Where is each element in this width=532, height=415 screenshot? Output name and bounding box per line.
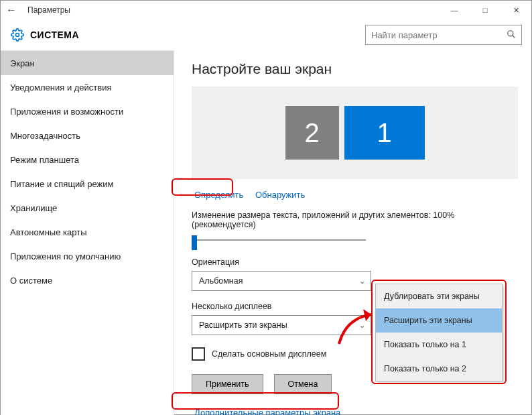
sidebar-item-label: Приложения и возможности xyxy=(10,107,123,117)
scaling-slider[interactable] xyxy=(192,233,366,247)
dropdown-item-duplicate[interactable]: Дублировать эти экраны xyxy=(376,284,502,308)
sidebar-item-label: Уведомления и действия xyxy=(10,82,112,93)
gear-icon xyxy=(10,27,25,42)
sidebar: Экран Уведомления и действия Приложения … xyxy=(1,50,174,415)
page-title: Настройте ваш экран xyxy=(192,61,518,77)
advanced-display-link[interactable]: Дополнительные параметры экрана xyxy=(192,406,343,415)
identify-link[interactable]: Определить xyxy=(192,188,246,201)
sidebar-item-label: Режим планшета xyxy=(10,155,79,165)
sidebar-item-about[interactable]: О системе xyxy=(1,268,174,292)
scaling-label: Изменение размера текста, приложений и д… xyxy=(192,211,518,229)
detect-links: Определить Обнаружить xyxy=(192,188,518,201)
close-button[interactable]: ✕ xyxy=(501,1,531,19)
svg-point-1 xyxy=(508,30,513,36)
window-controls: — □ ✕ xyxy=(439,1,531,19)
advanced-link-row: Дополнительные параметры экрана xyxy=(192,406,518,415)
chevron-down-icon: ⌄ xyxy=(359,277,365,286)
dropdown-item-extend[interactable]: Расширить эти экраны xyxy=(376,308,502,333)
monitor-arrangement[interactable]: 2 1 xyxy=(192,86,518,179)
cancel-button[interactable]: Отмена xyxy=(274,374,332,394)
multi-displays-dropdown[interactable]: Дублировать эти экраны Расширить эти экр… xyxy=(375,284,503,381)
content: Настройте ваш экран 2 1 Определить Обнар… xyxy=(174,50,531,415)
monitor-2[interactable]: 2 xyxy=(285,106,339,160)
slider-thumb[interactable] xyxy=(192,235,197,250)
header: СИСТЕМА xyxy=(1,19,531,50)
sidebar-item-label: Хранилище xyxy=(10,203,57,213)
sidebar-item-label: Автономные карты xyxy=(10,227,87,237)
search-icon xyxy=(507,29,516,41)
settings-window: ← Параметры — □ ✕ СИСТЕМА Экран Уведомле… xyxy=(0,0,532,415)
dropdown-item-show-only-1[interactable]: Показать только на 1 xyxy=(376,333,502,357)
svg-line-2 xyxy=(513,35,515,38)
sidebar-item-default-apps[interactable]: Приложения по умолчанию xyxy=(1,244,174,268)
orientation-label: Ориентация xyxy=(192,257,518,267)
sidebar-item-tablet-mode[interactable]: Режим планшета xyxy=(1,147,174,172)
sidebar-item-label: Экран xyxy=(10,58,35,68)
sidebar-item-apps-features[interactable]: Приложения и возможности xyxy=(1,99,174,123)
orientation-select[interactable]: Альбомная ⌄ xyxy=(192,271,371,291)
sidebar-item-label: Питание и спящий режим xyxy=(10,179,113,189)
monitor-1[interactable]: 1 xyxy=(344,106,425,160)
sidebar-item-notifications[interactable]: Уведомления и действия xyxy=(1,75,174,99)
search-input[interactable] xyxy=(371,30,507,40)
primary-display-label: Сделать основным дисплеем xyxy=(212,349,326,359)
sidebar-item-display[interactable]: Экран xyxy=(1,51,174,75)
sidebar-item-label: Многозадачность xyxy=(10,131,80,141)
header-title: СИСТЕМА xyxy=(30,29,79,40)
dropdown-item-show-only-2[interactable]: Показать только на 2 xyxy=(376,357,502,381)
detect-link[interactable]: Обнаружить xyxy=(253,188,308,201)
search-box[interactable] xyxy=(365,25,522,45)
apply-button[interactable]: Применить xyxy=(192,374,263,394)
multi-displays-select[interactable]: Расширить эти экраны ⌄ xyxy=(192,315,371,335)
slider-track xyxy=(192,239,366,241)
sidebar-item-offline-maps[interactable]: Автономные карты xyxy=(1,220,174,244)
sidebar-item-power-sleep[interactable]: Питание и спящий режим xyxy=(1,172,174,196)
back-button[interactable]: ← xyxy=(6,4,17,16)
chevron-down-icon: ⌄ xyxy=(359,321,365,330)
primary-display-checkbox[interactable] xyxy=(192,347,205,361)
sidebar-item-label: Приложения по умолчанию xyxy=(10,251,121,261)
sidebar-item-label: О системе xyxy=(10,276,52,286)
maximize-button[interactable]: □ xyxy=(470,1,501,19)
sidebar-item-storage[interactable]: Хранилище xyxy=(1,196,174,220)
minimize-button[interactable]: — xyxy=(439,1,470,19)
sidebar-item-multitasking[interactable]: Многозадачность xyxy=(1,123,174,147)
multi-displays-value: Расширить эти экраны xyxy=(199,320,287,330)
svg-point-0 xyxy=(16,34,19,37)
orientation-value: Альбомная xyxy=(199,276,243,286)
